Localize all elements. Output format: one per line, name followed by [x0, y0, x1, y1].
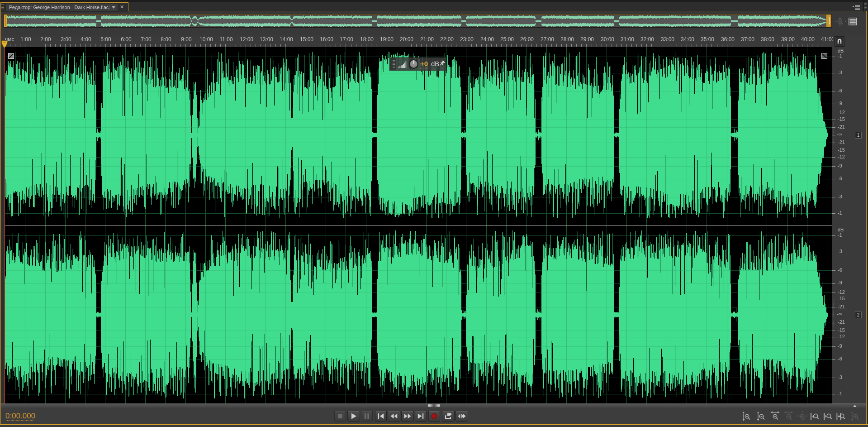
svg-text:+0: +0	[420, 60, 428, 67]
svg-text:0:00.000: 0:00.000	[5, 412, 35, 420]
